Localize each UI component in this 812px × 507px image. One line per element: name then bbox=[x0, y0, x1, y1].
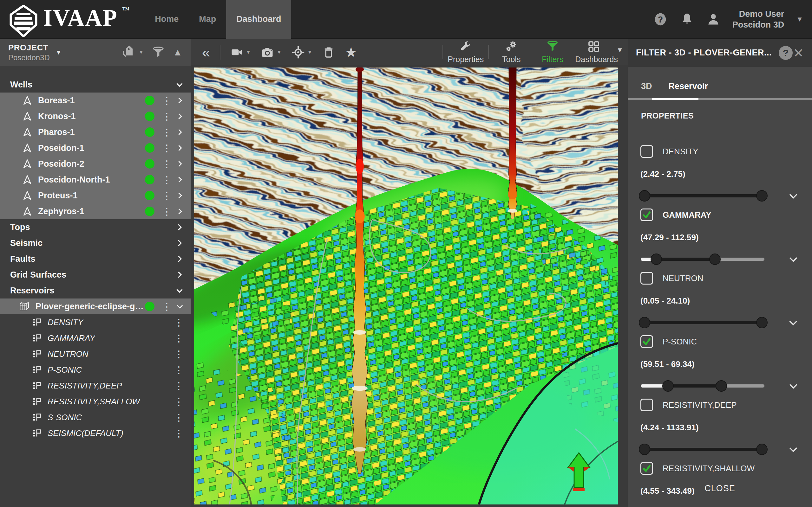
slider-handle-max[interactable] bbox=[716, 380, 727, 392]
tree-item-well[interactable]: Boreas-1 ⋮ bbox=[0, 93, 191, 108]
item-menu-icon[interactable]: ⋮ bbox=[161, 127, 172, 138]
density-range-slider[interactable] bbox=[641, 194, 764, 198]
chevron-right-icon[interactable] bbox=[175, 96, 184, 105]
chevron-right-icon[interactable] bbox=[175, 254, 184, 264]
slider-handle-max[interactable] bbox=[756, 190, 768, 202]
gammaray-range-slider[interactable] bbox=[641, 258, 764, 261]
item-menu-icon[interactable]: ⋮ bbox=[161, 190, 172, 201]
item-menu-icon[interactable]: ⋮ bbox=[173, 333, 184, 344]
chevron-right-icon[interactable] bbox=[175, 144, 184, 153]
slider-handle-min[interactable] bbox=[639, 190, 650, 202]
neutron-range-slider[interactable] bbox=[641, 321, 764, 324]
chevron-down-icon[interactable] bbox=[175, 80, 184, 89]
chevron-right-icon[interactable] bbox=[175, 112, 184, 121]
toolbar-overflow-caret-icon[interactable]: ▼ bbox=[616, 46, 623, 54]
close-button[interactable]: CLOSE bbox=[628, 484, 812, 493]
user-avatar-icon[interactable] bbox=[706, 12, 720, 26]
chevron-right-icon[interactable] bbox=[175, 207, 184, 216]
chevron-down-icon[interactable] bbox=[175, 302, 184, 311]
expand-chevron-icon[interactable] bbox=[787, 253, 799, 265]
tags-button[interactable]: ▼ bbox=[122, 46, 144, 59]
slider-handle-min[interactable] bbox=[651, 253, 662, 265]
item-menu-icon[interactable]: ⋮ bbox=[173, 380, 184, 391]
chevron-right-icon[interactable] bbox=[175, 128, 184, 136]
chevron-down-icon[interactable] bbox=[175, 286, 184, 295]
expand-chevron-icon[interactable] bbox=[787, 380, 799, 392]
neutron-checkbox[interactable] bbox=[641, 272, 653, 285]
chevron-right-icon[interactable] bbox=[175, 191, 184, 200]
tree-item-well[interactable]: Poseidon-1 ⋮ bbox=[0, 140, 191, 156]
expand-chevron-icon[interactable] bbox=[787, 190, 799, 202]
collapse-toolbar-icon[interactable]: « bbox=[202, 46, 210, 59]
filter-help-icon[interactable]: ? bbox=[779, 46, 793, 60]
tree-section-tops[interactable]: Tops bbox=[0, 219, 191, 235]
tree-item-well[interactable]: Kronos-1 ⋮ bbox=[0, 108, 191, 124]
gammaray-checkbox[interactable] bbox=[641, 209, 653, 221]
nav-home[interactable]: Home bbox=[145, 0, 189, 39]
help-icon[interactable]: ? bbox=[653, 12, 668, 26]
tree-item-property[interactable]: S-SONIC ⋮ bbox=[0, 409, 191, 425]
expand-chevron-icon[interactable] bbox=[787, 317, 799, 329]
tab-3d[interactable]: 3D bbox=[641, 81, 652, 98]
chevron-right-icon[interactable] bbox=[175, 222, 184, 232]
tree-item-property[interactable]: GAMMARAY ⋮ bbox=[0, 330, 191, 346]
project-selector[interactable]: PROJECT Poseidon3D bbox=[8, 43, 50, 62]
slider-handle-min[interactable] bbox=[639, 317, 650, 328]
collapse-panel-icon[interactable]: ▲ bbox=[173, 47, 183, 58]
tools-menu-button[interactable]: Tools bbox=[493, 40, 530, 64]
record-video-button[interactable]: ▼ bbox=[230, 45, 251, 59]
chevron-right-icon[interactable] bbox=[175, 270, 184, 279]
tree-item-well[interactable]: Proteus-1 ⋮ bbox=[0, 187, 191, 204]
item-menu-icon[interactable]: ⋮ bbox=[173, 412, 184, 423]
item-menu-icon[interactable]: ⋮ bbox=[161, 206, 172, 217]
tree-item-property[interactable]: P-SONIC ⋮ bbox=[0, 362, 191, 378]
item-menu-icon[interactable]: ⋮ bbox=[173, 364, 184, 376]
p-sonic-range-slider[interactable] bbox=[641, 384, 764, 388]
item-menu-icon[interactable]: ⋮ bbox=[161, 174, 172, 185]
resistivity-shallow-checkbox[interactable] bbox=[641, 462, 653, 475]
item-menu-icon[interactable]: ⋮ bbox=[161, 158, 172, 170]
tree-section-seismic[interactable]: Seismic bbox=[0, 235, 191, 251]
chevron-right-icon[interactable] bbox=[175, 238, 184, 248]
close-panel-icon[interactable]: ✕ bbox=[793, 47, 804, 59]
user-menu-caret-icon[interactable]: ▼ bbox=[796, 15, 803, 23]
nav-map[interactable]: Map bbox=[189, 0, 226, 39]
item-menu-icon[interactable]: ⋮ bbox=[173, 349, 184, 360]
project-caret-icon[interactable]: ▼ bbox=[55, 49, 62, 56]
tree-item-well[interactable]: Poseidon-North-1 ⋮ bbox=[0, 172, 191, 187]
item-menu-icon[interactable]: ⋮ bbox=[173, 317, 184, 328]
resistivity-deep-checkbox[interactable] bbox=[641, 399, 653, 411]
tree-section-reservoirs[interactable]: Reservoirs bbox=[0, 283, 191, 298]
3d-viewport[interactable] bbox=[194, 67, 618, 504]
expand-chevron-icon[interactable] bbox=[787, 443, 799, 455]
density-checkbox[interactable] bbox=[641, 145, 653, 158]
tree-section-faults[interactable]: Faults bbox=[0, 251, 191, 267]
tree-section-wells[interactable]: Wells bbox=[0, 77, 191, 93]
item-menu-icon[interactable]: ⋮ bbox=[161, 111, 172, 122]
delete-trash-icon[interactable] bbox=[322, 45, 335, 59]
filters-menu-button[interactable]: Filters bbox=[534, 40, 571, 64]
p-sonic-checkbox[interactable] bbox=[641, 335, 653, 348]
tree-item-well[interactable]: Poseidon-2 ⋮ bbox=[0, 156, 191, 172]
sidebar-filter-icon[interactable] bbox=[152, 46, 165, 59]
resistivity-deep-range-slider[interactable] bbox=[641, 448, 764, 451]
item-menu-icon[interactable]: ⋮ bbox=[173, 428, 184, 439]
slider-handle-max[interactable] bbox=[709, 253, 721, 265]
tab-reservoir[interactable]: Reservoir bbox=[669, 81, 708, 98]
tree-item-well[interactable]: Pharos-1 ⋮ bbox=[0, 124, 191, 140]
item-menu-icon[interactable]: ⋮ bbox=[173, 396, 184, 407]
item-menu-icon[interactable]: ⋮ bbox=[161, 301, 172, 312]
slider-handle-min[interactable] bbox=[639, 444, 650, 455]
item-menu-icon[interactable]: ⋮ bbox=[161, 95, 172, 106]
slider-handle-max[interactable] bbox=[756, 444, 768, 455]
tree-item-property[interactable]: SEISMIC(DEFAULT) ⋮ bbox=[0, 425, 191, 441]
tree-item-property[interactable]: DENSITY ⋮ bbox=[0, 314, 191, 330]
tree-item-property[interactable]: RESISTIVITY,SHALLOW ⋮ bbox=[0, 394, 191, 409]
tree-section-grid-surfaces[interactable]: Grid Surfaces bbox=[0, 267, 191, 283]
notifications-bell-icon[interactable] bbox=[680, 12, 694, 26]
slider-handle-max[interactable] bbox=[756, 317, 768, 328]
item-menu-icon[interactable]: ⋮ bbox=[161, 143, 172, 154]
favorite-star-icon[interactable]: ★ bbox=[345, 44, 357, 60]
chevron-right-icon[interactable] bbox=[175, 175, 184, 184]
chevron-right-icon[interactable] bbox=[175, 159, 184, 168]
